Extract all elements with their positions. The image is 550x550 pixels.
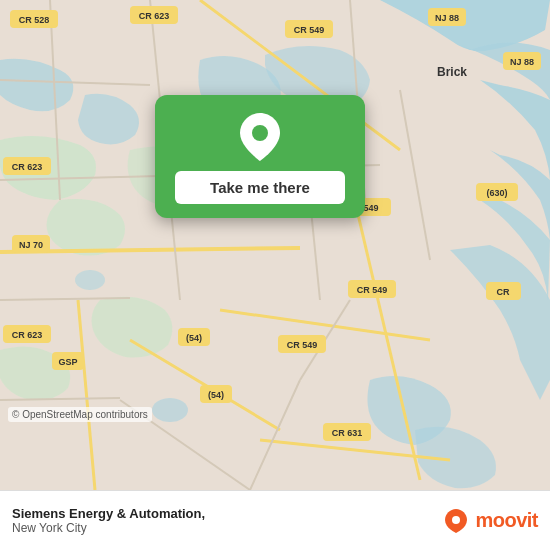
svg-text:Brick: Brick (437, 65, 467, 79)
svg-point-59 (452, 516, 460, 524)
svg-text:549: 549 (363, 203, 378, 213)
map-container: CR 528 CR 623 NJ 88 NJ 88 CR 549 CR 623 … (0, 0, 550, 490)
svg-text:NJ 70: NJ 70 (19, 240, 43, 250)
copyright-text: © OpenStreetMap contributors (8, 407, 152, 422)
svg-text:CR 549: CR 549 (294, 25, 325, 35)
bottom-bar: Siemens Energy & Automation, New York Ci… (0, 490, 550, 550)
svg-text:CR 623: CR 623 (12, 162, 43, 172)
svg-text:NJ 88: NJ 88 (510, 57, 534, 67)
moovit-pin-icon (442, 507, 470, 535)
svg-text:CR 528: CR 528 (19, 15, 50, 25)
svg-point-1 (152, 398, 188, 422)
svg-text:CR 631: CR 631 (332, 428, 363, 438)
svg-text:CR: CR (497, 287, 510, 297)
location-info: Siemens Energy & Automation, New York Ci… (12, 506, 205, 535)
svg-text:CR 623: CR 623 (139, 11, 170, 21)
moovit-text: moovit (475, 509, 538, 532)
svg-text:CR 623: CR 623 (12, 330, 43, 340)
svg-text:NJ 88: NJ 88 (435, 13, 459, 23)
popup-card: Take me there (155, 95, 365, 218)
svg-text:(54): (54) (186, 333, 202, 343)
svg-point-2 (75, 270, 105, 290)
svg-text:(54): (54) (208, 390, 224, 400)
map-pin-icon (236, 113, 284, 161)
location-name: Siemens Energy & Automation, (12, 506, 205, 521)
location-city: New York City (12, 521, 205, 535)
svg-text:GSP: GSP (58, 357, 77, 367)
svg-text:CR 549: CR 549 (287, 340, 318, 350)
take-me-there-button[interactable]: Take me there (175, 171, 345, 204)
svg-point-58 (252, 125, 268, 141)
moovit-logo[interactable]: moovit (442, 507, 538, 535)
svg-text:CR 549: CR 549 (357, 285, 388, 295)
svg-text:(630): (630) (486, 188, 507, 198)
